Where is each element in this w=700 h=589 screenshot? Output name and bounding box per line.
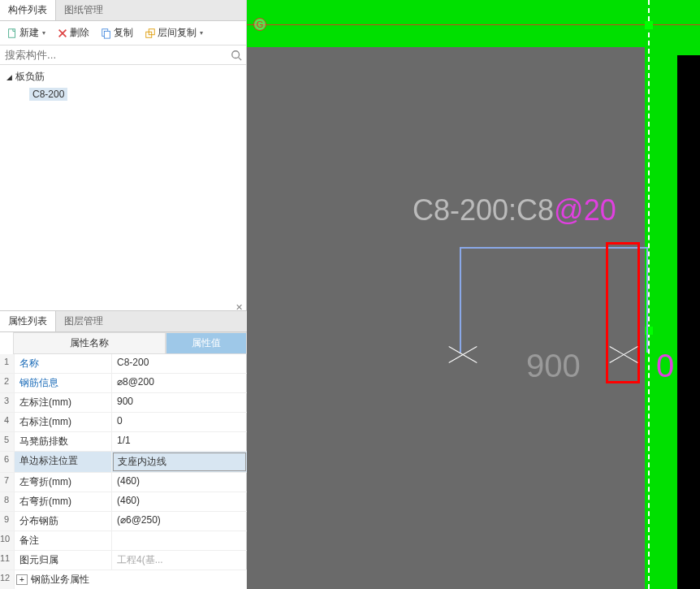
property-tabs: 属性列表 图层管理: [0, 310, 247, 332]
property-value[interactable]: 900: [112, 393, 247, 412]
expand-icon[interactable]: +: [16, 574, 28, 585]
property-name: 钢筋信息: [15, 374, 112, 392]
row-number: 12: [0, 570, 15, 589]
property-value[interactable]: (460): [112, 473, 247, 492]
property-group-row[interactable]: 12+钢筋业务属性: [0, 570, 247, 589]
property-value[interactable]: 1/1: [112, 432, 247, 451]
property-section: 属性列表 图层管理 属性名称 属性值 1名称C8-2002钢筋信息⌀8@2003…: [0, 310, 247, 589]
toolbar: 新建 ▾ 删除 复制 层间复制 ▾: [0, 21, 246, 45]
svg-rect-0: [9, 28, 15, 37]
floor-copy-label: 层间复制: [158, 26, 197, 40]
tab-component-list[interactable]: 构件列表: [0, 0, 56, 20]
drawing-canvas[interactable]: G C8-200:C8@20 900 0: [247, 0, 700, 589]
property-value[interactable]: 0: [112, 413, 247, 431]
property-name: 左标注(mm): [15, 393, 112, 412]
property-name: 图元归属: [15, 551, 112, 570]
property-row[interactable]: 8右弯折(mm)(460): [0, 492, 247, 512]
property-name: 名称: [15, 354, 112, 373]
property-value[interactable]: ⌀8@200: [112, 374, 247, 392]
component-section: 构件列表 图纸管理 新建 ▾ 删除 复制 层间复制 ▾: [0, 0, 246, 301]
dim-left-label: 900: [526, 348, 581, 384]
property-row[interactable]: 2钢筋信息⌀8@200: [0, 374, 247, 393]
property-row[interactable]: 5马凳筋排数1/1: [0, 432, 247, 452]
svg-point-5: [232, 50, 240, 58]
left-panel: 构件列表 图纸管理 新建 ▾ 删除 复制 层间复制 ▾: [0, 0, 247, 589]
delete-icon: [57, 28, 68, 39]
property-name: 马凳筋排数: [15, 432, 112, 451]
collapse-icon[interactable]: ◢: [6, 73, 12, 81]
row-number: 11: [0, 551, 15, 570]
tree-root-item[interactable]: ◢板负筋: [0, 68, 246, 85]
row-number: 8: [0, 492, 15, 511]
property-row[interactable]: 10备注: [0, 531, 247, 551]
property-row[interactable]: 6单边标注位置支座内边线: [0, 452, 247, 473]
property-name: 左弯折(mm): [15, 473, 112, 492]
property-name: 右弯折(mm): [15, 492, 112, 511]
dim-right-label: 0: [656, 348, 674, 384]
floor-copy-icon: [145, 28, 156, 39]
property-rows: 1名称C8-2002钢筋信息⌀8@2003左标注(mm)9004右标注(mm)0…: [0, 354, 247, 589]
rebar-label: C8-200:C8@20: [413, 193, 616, 227]
new-label: 新建: [19, 26, 39, 40]
tree-child-label: C8-200: [29, 88, 67, 101]
property-row[interactable]: 3左标注(mm)900: [0, 393, 247, 413]
delete-button[interactable]: 删除: [52, 24, 94, 41]
row-number: 10: [0, 531, 15, 550]
row-number: 4: [0, 413, 15, 431]
property-row[interactable]: 4右标注(mm)0: [0, 413, 247, 432]
grip-point[interactable]: [645, 21, 653, 29]
property-value[interactable]: (⌀6@250): [112, 512, 247, 531]
property-row[interactable]: 11图元归属工程4(基...: [0, 551, 247, 570]
search-icon[interactable]: [227, 45, 246, 64]
tree-child-item[interactable]: C8-200: [0, 87, 246, 102]
tree-root-label: 板负筋: [15, 71, 45, 82]
property-row[interactable]: 9分布钢筋(⌀6@250): [0, 512, 247, 531]
row-number: 9: [0, 512, 15, 531]
property-header: 属性名称 属性值: [0, 332, 247, 354]
property-name: 备注: [15, 531, 112, 550]
row-number: 7: [0, 473, 15, 492]
support-edge-line: [648, 0, 650, 589]
dim-tick-left: [447, 338, 479, 370]
property-value[interactable]: C8-200: [112, 354, 247, 373]
new-icon: [6, 28, 18, 39]
tab-drawing-mgmt[interactable]: 图纸管理: [56, 0, 111, 20]
search-input[interactable]: [0, 45, 227, 64]
caret-icon: ▾: [200, 29, 203, 37]
header-value[interactable]: 属性值: [166, 332, 247, 354]
property-value[interactable]: (460): [112, 492, 247, 511]
property-name: 单边标注位置: [15, 452, 112, 472]
delete-label: 删除: [70, 26, 89, 40]
property-value[interactable]: [112, 531, 247, 550]
property-row[interactable]: 1名称C8-200: [0, 354, 247, 374]
axis-marker-g: G: [253, 18, 266, 31]
property-name: 右标注(mm): [15, 413, 112, 431]
row-number: 6: [0, 452, 15, 472]
tab-layer-mgmt[interactable]: 图层管理: [56, 311, 111, 331]
row-number: 3: [0, 393, 15, 412]
row-number: 2: [0, 374, 15, 392]
property-value[interactable]: 支座内边线: [113, 453, 246, 471]
copy-button[interactable]: 复制: [96, 24, 138, 41]
void-region: [677, 55, 700, 589]
row-number: 1: [0, 354, 15, 373]
property-group-name: +钢筋业务属性: [15, 570, 247, 589]
axis-line-horizontal: [247, 24, 700, 25]
tab-property-list[interactable]: 属性列表: [0, 311, 56, 331]
search-row: [0, 45, 246, 65]
floor-copy-button[interactable]: 层间复制 ▾: [140, 24, 208, 41]
component-tree: ◢板负筋 C8-200: [0, 65, 246, 312]
new-button[interactable]: 新建 ▾: [2, 24, 50, 41]
top-tabs: 构件列表 图纸管理: [0, 0, 246, 21]
copy-icon: [101, 28, 112, 39]
svg-rect-2: [104, 31, 110, 38]
dim-tick-right: [607, 338, 640, 370]
slab-edge-top: [247, 0, 700, 47]
row-number: 5: [0, 432, 15, 451]
property-name: 分布钢筋: [15, 512, 112, 531]
property-row[interactable]: 7左弯折(mm)(460): [0, 473, 247, 492]
caret-icon: ▾: [42, 29, 45, 37]
property-value[interactable]: 工程4(基...: [112, 551, 247, 570]
copy-label: 复制: [114, 26, 133, 40]
header-name: 属性名称: [13, 332, 166, 354]
